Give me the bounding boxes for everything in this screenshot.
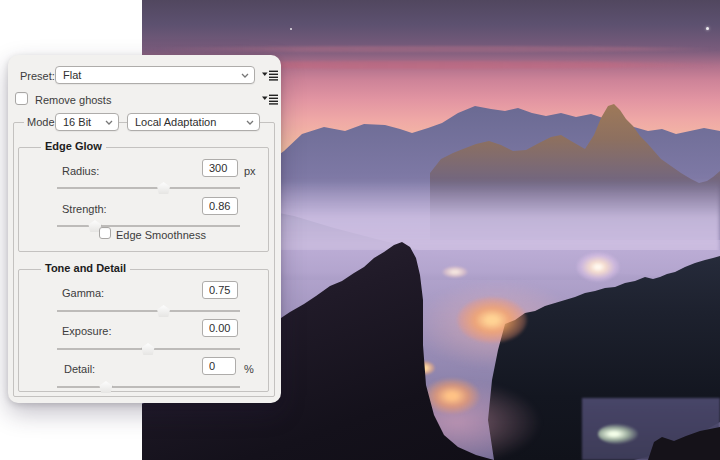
- gamma-slider[interactable]: [57, 305, 240, 317]
- chevron-down-icon: [241, 73, 249, 78]
- detail-input[interactable]: [202, 357, 236, 375]
- preset-label: Preset:: [20, 70, 55, 82]
- hdr-toning-panel: Preset: Flat Remove ghosts Mode: 16 Bit: [8, 55, 281, 403]
- radius-unit: px: [244, 165, 256, 177]
- slider-thumb[interactable]: [142, 343, 155, 355]
- photo-cloud-streak: [142, 46, 720, 52]
- slider-track: [57, 187, 240, 189]
- method-value: Local Adaptation: [135, 116, 216, 128]
- photo-village-light: [576, 252, 620, 282]
- slider-track: [57, 386, 240, 388]
- photo-village-light: [457, 297, 527, 343]
- preset-select[interactable]: Flat: [55, 66, 255, 84]
- slider-track: [57, 310, 240, 312]
- exposure-slider[interactable]: [57, 343, 240, 355]
- preset-menu-icon[interactable]: [262, 70, 278, 81]
- photo-star: [290, 28, 292, 30]
- radius-label: Radius:: [62, 165, 99, 177]
- strength-label: Strength:: [62, 203, 107, 215]
- photo-star: [706, 27, 709, 30]
- photo-village-light: [442, 266, 468, 278]
- remove-ghosts-label: Remove ghosts: [35, 94, 111, 106]
- detail-label: Detail:: [64, 363, 95, 375]
- bit-depth-select[interactable]: 16 Bit: [55, 113, 119, 131]
- slider-thumb[interactable]: [99, 381, 112, 393]
- bit-depth-value: 16 Bit: [63, 116, 91, 128]
- detail-unit: %: [244, 363, 254, 375]
- photo-village-light: [598, 424, 638, 444]
- edge-glow-title: Edge Glow: [41, 140, 106, 152]
- slider-thumb[interactable]: [157, 182, 170, 194]
- gamma-label: Gamma:: [62, 287, 104, 299]
- remove-ghosts-checkbox[interactable]: [15, 92, 28, 105]
- exposure-input[interactable]: [202, 319, 238, 337]
- exposure-label: Exposure:: [62, 325, 112, 337]
- radius-slider[interactable]: [57, 182, 240, 194]
- chevron-down-icon: [246, 120, 254, 125]
- edge-smoothness-label: Edge Smoothness: [116, 229, 206, 241]
- edge-smoothness-checkbox[interactable]: [99, 227, 111, 239]
- detail-slider[interactable]: [57, 381, 240, 393]
- slider-track: [57, 225, 240, 227]
- radius-input[interactable]: [202, 159, 238, 177]
- method-select[interactable]: Local Adaptation: [127, 113, 260, 131]
- screenshot-stage: Preset: Flat Remove ghosts Mode: 16 Bit: [0, 0, 720, 460]
- preset-value: Flat: [63, 69, 81, 81]
- photo-village-light: [424, 378, 480, 414]
- strength-input[interactable]: [202, 197, 238, 215]
- gamma-input[interactable]: [202, 281, 238, 299]
- chevron-down-icon: [105, 120, 113, 125]
- slider-thumb[interactable]: [157, 305, 170, 317]
- tone-detail-title: Tone and Detail: [41, 262, 130, 274]
- ghosts-menu-icon[interactable]: [262, 94, 278, 105]
